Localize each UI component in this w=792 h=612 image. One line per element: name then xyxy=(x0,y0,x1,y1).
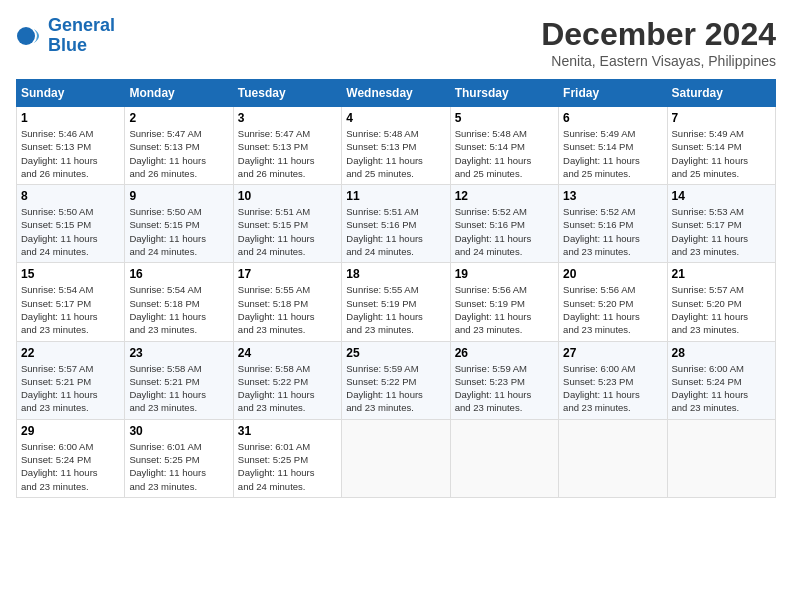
day-info: Sunrise: 6:01 AMSunset: 5:25 PMDaylight:… xyxy=(129,440,228,493)
day-number: 3 xyxy=(238,111,337,125)
calendar-cell: 28Sunrise: 6:00 AMSunset: 5:24 PMDayligh… xyxy=(667,341,775,419)
logo: General Blue xyxy=(16,16,115,56)
calendar-cell: 24Sunrise: 5:58 AMSunset: 5:22 PMDayligh… xyxy=(233,341,341,419)
title-area: December 2024 Nenita, Eastern Visayas, P… xyxy=(541,16,776,69)
calendar-cell: 20Sunrise: 5:56 AMSunset: 5:20 PMDayligh… xyxy=(559,263,667,341)
day-info: Sunrise: 5:50 AMSunset: 5:15 PMDaylight:… xyxy=(21,205,120,258)
calendar-cell: 23Sunrise: 5:58 AMSunset: 5:21 PMDayligh… xyxy=(125,341,233,419)
day-number: 23 xyxy=(129,346,228,360)
day-info: Sunrise: 5:48 AMSunset: 5:14 PMDaylight:… xyxy=(455,127,554,180)
logo-line2: Blue xyxy=(48,35,87,55)
logo-line1: General xyxy=(48,15,115,35)
calendar-header-row: SundayMondayTuesdayWednesdayThursdayFrid… xyxy=(17,80,776,107)
calendar-cell: 15Sunrise: 5:54 AMSunset: 5:17 PMDayligh… xyxy=(17,263,125,341)
day-info: Sunrise: 5:52 AMSunset: 5:16 PMDaylight:… xyxy=(455,205,554,258)
calendar-cell xyxy=(450,419,558,497)
day-number: 28 xyxy=(672,346,771,360)
calendar-cell: 2Sunrise: 5:47 AMSunset: 5:13 PMDaylight… xyxy=(125,107,233,185)
calendar-cell: 13Sunrise: 5:52 AMSunset: 5:16 PMDayligh… xyxy=(559,185,667,263)
calendar-cell xyxy=(342,419,450,497)
day-number: 8 xyxy=(21,189,120,203)
day-info: Sunrise: 5:47 AMSunset: 5:13 PMDaylight:… xyxy=(238,127,337,180)
weekday-header-wednesday: Wednesday xyxy=(342,80,450,107)
weekday-header-saturday: Saturday xyxy=(667,80,775,107)
calendar-cell: 27Sunrise: 6:00 AMSunset: 5:23 PMDayligh… xyxy=(559,341,667,419)
calendar-cell: 9Sunrise: 5:50 AMSunset: 5:15 PMDaylight… xyxy=(125,185,233,263)
calendar-cell: 25Sunrise: 5:59 AMSunset: 5:22 PMDayligh… xyxy=(342,341,450,419)
day-info: Sunrise: 6:01 AMSunset: 5:25 PMDaylight:… xyxy=(238,440,337,493)
calendar-cell xyxy=(667,419,775,497)
calendar-cell: 16Sunrise: 5:54 AMSunset: 5:18 PMDayligh… xyxy=(125,263,233,341)
day-number: 31 xyxy=(238,424,337,438)
day-info: Sunrise: 5:53 AMSunset: 5:17 PMDaylight:… xyxy=(672,205,771,258)
day-number: 1 xyxy=(21,111,120,125)
day-info: Sunrise: 5:51 AMSunset: 5:16 PMDaylight:… xyxy=(346,205,445,258)
day-info: Sunrise: 6:00 AMSunset: 5:24 PMDaylight:… xyxy=(21,440,120,493)
calendar-cell: 29Sunrise: 6:00 AMSunset: 5:24 PMDayligh… xyxy=(17,419,125,497)
day-number: 22 xyxy=(21,346,120,360)
calendar-cell: 6Sunrise: 5:49 AMSunset: 5:14 PMDaylight… xyxy=(559,107,667,185)
calendar-cell: 8Sunrise: 5:50 AMSunset: 5:15 PMDaylight… xyxy=(17,185,125,263)
day-number: 29 xyxy=(21,424,120,438)
day-number: 13 xyxy=(563,189,662,203)
day-info: Sunrise: 5:51 AMSunset: 5:15 PMDaylight:… xyxy=(238,205,337,258)
day-info: Sunrise: 6:00 AMSunset: 5:23 PMDaylight:… xyxy=(563,362,662,415)
day-info: Sunrise: 5:56 AMSunset: 5:20 PMDaylight:… xyxy=(563,283,662,336)
day-number: 4 xyxy=(346,111,445,125)
day-info: Sunrise: 5:59 AMSunset: 5:22 PMDaylight:… xyxy=(346,362,445,415)
weekday-header-thursday: Thursday xyxy=(450,80,558,107)
weekday-header-monday: Monday xyxy=(125,80,233,107)
day-number: 12 xyxy=(455,189,554,203)
calendar-cell: 11Sunrise: 5:51 AMSunset: 5:16 PMDayligh… xyxy=(342,185,450,263)
page-header: General Blue December 2024 Nenita, Easte… xyxy=(16,16,776,69)
calendar-cell: 17Sunrise: 5:55 AMSunset: 5:18 PMDayligh… xyxy=(233,263,341,341)
day-info: Sunrise: 6:00 AMSunset: 5:24 PMDaylight:… xyxy=(672,362,771,415)
calendar-week-4: 22Sunrise: 5:57 AMSunset: 5:21 PMDayligh… xyxy=(17,341,776,419)
calendar-body: 1Sunrise: 5:46 AMSunset: 5:13 PMDaylight… xyxy=(17,107,776,498)
day-number: 7 xyxy=(672,111,771,125)
calendar-cell: 19Sunrise: 5:56 AMSunset: 5:19 PMDayligh… xyxy=(450,263,558,341)
day-number: 27 xyxy=(563,346,662,360)
calendar-table: SundayMondayTuesdayWednesdayThursdayFrid… xyxy=(16,79,776,498)
calendar-cell: 10Sunrise: 5:51 AMSunset: 5:15 PMDayligh… xyxy=(233,185,341,263)
day-number: 10 xyxy=(238,189,337,203)
calendar-week-1: 1Sunrise: 5:46 AMSunset: 5:13 PMDaylight… xyxy=(17,107,776,185)
day-number: 15 xyxy=(21,267,120,281)
day-info: Sunrise: 5:55 AMSunset: 5:19 PMDaylight:… xyxy=(346,283,445,336)
day-info: Sunrise: 5:47 AMSunset: 5:13 PMDaylight:… xyxy=(129,127,228,180)
calendar-cell: 30Sunrise: 6:01 AMSunset: 5:25 PMDayligh… xyxy=(125,419,233,497)
day-number: 25 xyxy=(346,346,445,360)
logo-icon xyxy=(16,22,44,50)
day-info: Sunrise: 5:46 AMSunset: 5:13 PMDaylight:… xyxy=(21,127,120,180)
day-number: 14 xyxy=(672,189,771,203)
day-number: 19 xyxy=(455,267,554,281)
day-number: 5 xyxy=(455,111,554,125)
day-info: Sunrise: 5:49 AMSunset: 5:14 PMDaylight:… xyxy=(672,127,771,180)
calendar-cell: 7Sunrise: 5:49 AMSunset: 5:14 PMDaylight… xyxy=(667,107,775,185)
calendar-cell: 22Sunrise: 5:57 AMSunset: 5:21 PMDayligh… xyxy=(17,341,125,419)
logo-text: General Blue xyxy=(48,16,115,56)
day-number: 11 xyxy=(346,189,445,203)
day-number: 20 xyxy=(563,267,662,281)
day-info: Sunrise: 5:55 AMSunset: 5:18 PMDaylight:… xyxy=(238,283,337,336)
calendar-cell: 12Sunrise: 5:52 AMSunset: 5:16 PMDayligh… xyxy=(450,185,558,263)
day-info: Sunrise: 5:58 AMSunset: 5:21 PMDaylight:… xyxy=(129,362,228,415)
calendar-cell: 21Sunrise: 5:57 AMSunset: 5:20 PMDayligh… xyxy=(667,263,775,341)
month-title: December 2024 xyxy=(541,16,776,53)
day-number: 9 xyxy=(129,189,228,203)
calendar-cell: 31Sunrise: 6:01 AMSunset: 5:25 PMDayligh… xyxy=(233,419,341,497)
day-number: 21 xyxy=(672,267,771,281)
calendar-cell xyxy=(559,419,667,497)
weekday-header-sunday: Sunday xyxy=(17,80,125,107)
day-number: 6 xyxy=(563,111,662,125)
day-number: 26 xyxy=(455,346,554,360)
day-number: 16 xyxy=(129,267,228,281)
calendar-week-3: 15Sunrise: 5:54 AMSunset: 5:17 PMDayligh… xyxy=(17,263,776,341)
day-info: Sunrise: 5:54 AMSunset: 5:18 PMDaylight:… xyxy=(129,283,228,336)
day-info: Sunrise: 5:57 AMSunset: 5:21 PMDaylight:… xyxy=(21,362,120,415)
day-number: 30 xyxy=(129,424,228,438)
svg-point-0 xyxy=(17,27,35,45)
calendar-cell: 5Sunrise: 5:48 AMSunset: 5:14 PMDaylight… xyxy=(450,107,558,185)
calendar-week-5: 29Sunrise: 6:00 AMSunset: 5:24 PMDayligh… xyxy=(17,419,776,497)
day-info: Sunrise: 5:59 AMSunset: 5:23 PMDaylight:… xyxy=(455,362,554,415)
